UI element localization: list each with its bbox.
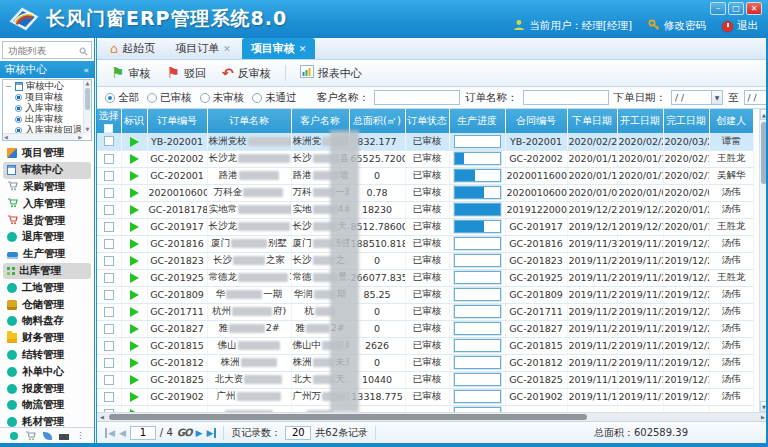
change-password-button[interactable]: 修改密码: [648, 19, 706, 33]
radio-audited[interactable]: 已审核: [147, 91, 192, 105]
unaudit-button[interactable]: ↶反审核: [216, 64, 277, 83]
row-checkbox[interactable]: [104, 205, 114, 215]
tree-horizontal-scrollbar[interactable]: ◀▶: [3, 133, 83, 140]
last-page-button[interactable]: ▶: [206, 428, 216, 438]
sidebar-item-return-goods-mgmt[interactable]: 退货管理: [0, 212, 94, 229]
table-row[interactable]: GC-201902广州广州万森林13318.775已审核GC-201902201…: [97, 388, 754, 405]
table-row[interactable]: GC-201823长沙之家长沙之..0已审核GC-2018232019/11/2…: [97, 252, 754, 269]
sidebar-item-inbound-mgmt[interactable]: 入库管理: [0, 195, 94, 212]
col-order-date[interactable]: 下单日期: [567, 109, 617, 133]
sidebar-item-return-stock-mgmt[interactable]: 退库管理: [0, 229, 94, 246]
table-row[interactable]: GC-201925常德龙10常德景..266077.835..已审核GC-201…: [97, 269, 754, 286]
row-checkbox[interactable]: [104, 307, 114, 317]
row-checkbox[interactable]: [104, 273, 114, 283]
table-row[interactable]: GC-202002长沙龙长沙县..65525.7200..已审核GC-20200…: [97, 150, 754, 167]
page-size-input[interactable]: [285, 426, 311, 440]
col-finish-date[interactable]: 完工日期: [663, 109, 709, 133]
row-checkbox[interactable]: [104, 188, 114, 198]
radio-unaudited[interactable]: 未审核: [200, 91, 245, 105]
sidebar-item-outbound-mgmt[interactable]: 出库管理: [3, 263, 91, 280]
order-name-input[interactable]: [523, 90, 609, 105]
row-checkbox[interactable]: [104, 341, 114, 351]
table-row[interactable]: YB-202001株洲党校株洲党员..832.177已审核YB-20200120…: [97, 133, 754, 150]
sidebar-item-site-mgmt[interactable]: 工地管理: [0, 279, 94, 296]
sidebar-item-scrap-mgmt[interactable]: 报废管理: [0, 380, 94, 397]
table-row[interactable]: GC-202001路港路港墙0已审核202001160012020/01/162…: [97, 167, 754, 184]
tree-expander-icon[interactable]: −: [5, 82, 12, 91]
sidebar-item-supplement-center[interactable]: 补单中心: [0, 363, 94, 380]
col-total-area[interactable]: 总面积(㎡): [349, 109, 405, 133]
report-center-button[interactable]: 报表中心: [294, 63, 368, 83]
sidebar-item-warehouse-mgmt[interactable]: 仓储管理: [0, 296, 94, 313]
col-production-progress[interactable]: 生产进度: [449, 109, 505, 133]
go-button[interactable]: GO: [177, 427, 192, 438]
table-row[interactable]: GC-201809华一期华润期85.25已审核GC-2018092019/11/…: [97, 286, 754, 303]
tab-close-icon[interactable]: ✕: [299, 44, 307, 54]
order-date-to-picker[interactable]: / / ▼: [744, 90, 768, 105]
sidebar-item-production-mgmt[interactable]: 生产管理: [0, 246, 94, 263]
tree-vertical-scrollbar[interactable]: ▲▼: [83, 80, 91, 133]
sidebar-item-carryover-mgmt[interactable]: 结转管理: [0, 347, 94, 364]
sidebar-item-purchase-mgmt[interactable]: 采购管理: [0, 179, 94, 196]
row-checkbox[interactable]: [104, 239, 114, 249]
tab-home[interactable]: ⌂起始页: [101, 38, 164, 59]
row-checkbox[interactable]: [104, 392, 114, 402]
cart-icon[interactable]: [25, 426, 36, 443]
col-order-no[interactable]: 订单编号: [147, 109, 207, 133]
tree-item-project-audit[interactable]: 项目审核: [5, 92, 82, 103]
order-date-from-picker[interactable]: / / ▼: [671, 90, 723, 105]
tree-item-inbound-audit[interactable]: 入库审核: [5, 103, 82, 114]
prev-page-button[interactable]: ◀: [119, 428, 126, 438]
audit-button[interactable]: ⚑审核: [105, 64, 156, 83]
col-order-status[interactable]: 订单状态: [405, 109, 449, 133]
tree-item-outbound-audit[interactable]: 出库审核: [5, 114, 82, 125]
status-dot-icon[interactable]: [10, 432, 18, 440]
row-checkbox[interactable]: [104, 290, 114, 300]
table-row[interactable]: GC-201917长沙龙2#长沙天..8512.78600..已审核GC-201…: [97, 218, 754, 235]
minimize-button[interactable]: －: [710, 2, 726, 15]
row-checkbox[interactable]: [104, 222, 114, 232]
radio-all[interactable]: 全部: [105, 91, 139, 105]
table-row[interactable]: [97, 405, 754, 412]
collapse-icon[interactable]: «: [83, 65, 89, 75]
row-checkbox[interactable]: [104, 324, 114, 334]
row-checkbox[interactable]: [104, 171, 114, 181]
function-search-input[interactable]: [6, 44, 79, 57]
logout-button[interactable]: 退出: [722, 19, 758, 33]
table-row[interactable]: 20200106001万科金万科一期0.78已审核202001060012020…: [97, 184, 754, 201]
hscrollbar-thumb[interactable]: [109, 414, 587, 420]
tree-root-audit-center[interactable]: − 审核中心: [5, 81, 82, 92]
more-icon[interactable]: ⋮: [76, 432, 84, 440]
row-checkbox[interactable]: [104, 375, 114, 385]
table-row[interactable]: GC-201827雅2#雅2#0已审核GC-2018272019/11/2020…: [97, 320, 754, 337]
printer-icon[interactable]: [59, 432, 69, 440]
leaf-icon[interactable]: [43, 432, 52, 440]
col-creator[interactable]: 创建人: [709, 109, 754, 133]
sidebar-item-audit-center[interactable]: 审核中心: [3, 162, 91, 179]
table-row[interactable]: GC-201815佛山佛山中库2626已审核GC-2018152019/11/2…: [97, 337, 754, 354]
sidebar-panel-header[interactable]: 审核中心 «: [0, 61, 94, 78]
col-order-name[interactable]: 订单名称: [207, 109, 291, 133]
row-checkbox[interactable]: [104, 136, 114, 146]
table-row[interactable]: GC-201711杭州府)杭0已审核GC-2017112019/11/20201…: [97, 303, 754, 320]
customer-name-input[interactable]: [374, 90, 460, 105]
row-checkbox[interactable]: [104, 358, 114, 368]
close-button[interactable]: ✕: [746, 2, 762, 15]
row-checkbox[interactable]: [104, 154, 114, 164]
tab-close-icon[interactable]: ✕: [223, 44, 231, 54]
maximize-button[interactable]: □: [728, 2, 744, 15]
page-number-input[interactable]: [130, 426, 156, 440]
table-row[interactable]: GC-2018178实地常栋实地4#..18230已审核201912200022…: [97, 201, 754, 218]
sidebar-item-project-mgmt[interactable]: 项目管理: [0, 145, 94, 162]
tab-project-orders[interactable]: 项目订单✕: [166, 38, 240, 59]
row-checkbox[interactable]: [104, 256, 114, 266]
tab-project-audit[interactable]: 项目审核✕: [242, 38, 316, 59]
table-row[interactable]: GC-201812株洲株洲未来0已审核GC-2018122019/11/2020…: [97, 354, 754, 371]
dropdown-icon[interactable]: ▼: [711, 91, 722, 104]
col-customer-name[interactable]: 客户名称: [291, 109, 349, 133]
col-contract-no[interactable]: 合同编号: [505, 109, 567, 133]
sidebar-item-material-inventory[interactable]: 物料盘存: [0, 313, 94, 330]
sidebar-item-logistics-mgmt[interactable]: 物流管理: [0, 397, 94, 414]
table-horizontal-scrollbar[interactable]: ◀ ▶: [97, 412, 768, 421]
sidebar-item-consumables-mgmt[interactable]: 耗材管理: [0, 414, 94, 427]
